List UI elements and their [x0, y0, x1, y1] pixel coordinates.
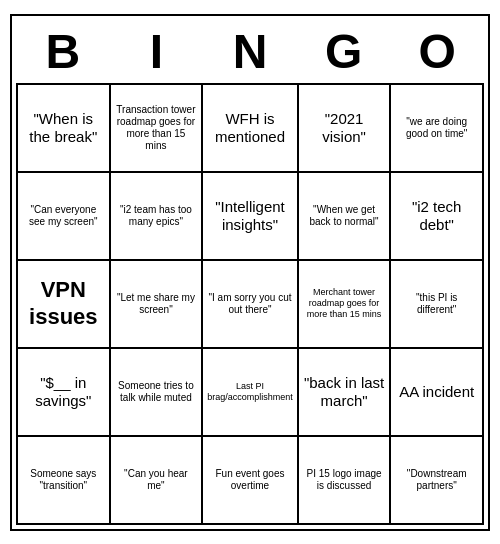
- cell-text-13: Merchant tower roadmap goes for more tha…: [303, 287, 386, 319]
- bingo-cell-11[interactable]: "Let me share my screen": [111, 261, 204, 349]
- bingo-header: BINGO: [16, 20, 484, 83]
- cell-text-20: Someone says "transition": [22, 468, 105, 492]
- cell-text-14: "this PI is different": [395, 292, 478, 316]
- bingo-grid: "When is the break"Transaction tower roa…: [16, 83, 484, 525]
- bingo-cell-2[interactable]: WFH is mentioned: [203, 85, 299, 173]
- cell-text-10: VPN issues: [22, 277, 105, 330]
- cell-text-1: Transaction tower roadmap goes for more …: [115, 104, 198, 152]
- bingo-cell-16[interactable]: Someone tries to talk while muted: [111, 349, 204, 437]
- cell-text-17: Last PI brag/accomplishment: [207, 381, 293, 403]
- bingo-cell-4[interactable]: "we are doing good on time": [391, 85, 484, 173]
- cell-text-21: "Can you hear me": [115, 468, 198, 492]
- bingo-letter-b: B: [19, 24, 107, 79]
- bingo-cell-14[interactable]: "this PI is different": [391, 261, 484, 349]
- cell-text-15: "$__ in savings": [22, 374, 105, 410]
- bingo-cell-21[interactable]: "Can you hear me": [111, 437, 204, 525]
- bingo-cell-8[interactable]: "When we get back to normal": [299, 173, 392, 261]
- bingo-card: BINGO "When is the break"Transaction tow…: [10, 14, 490, 531]
- bingo-cell-6[interactable]: "i2 team has too many epics": [111, 173, 204, 261]
- bingo-cell-19[interactable]: AA incident: [391, 349, 484, 437]
- cell-text-16: Someone tries to talk while muted: [115, 380, 198, 404]
- bingo-letter-o: O: [393, 24, 481, 79]
- cell-text-22: Fun event goes overtime: [207, 468, 293, 492]
- bingo-cell-23[interactable]: PI 15 logo image is discussed: [299, 437, 392, 525]
- bingo-cell-24[interactable]: "Downstream partners": [391, 437, 484, 525]
- cell-text-4: "we are doing good on time": [395, 116, 478, 140]
- bingo-letter-g: G: [300, 24, 388, 79]
- cell-text-19: AA incident: [399, 383, 474, 401]
- cell-text-0: "When is the break": [22, 110, 105, 146]
- cell-text-8: "When we get back to normal": [303, 204, 386, 228]
- cell-text-6: "i2 team has too many epics": [115, 204, 198, 228]
- cell-text-9: "i2 tech debt": [395, 198, 478, 234]
- bingo-cell-10[interactable]: VPN issues: [18, 261, 111, 349]
- cell-text-24: "Downstream partners": [395, 468, 478, 492]
- cell-text-2: WFH is mentioned: [207, 110, 293, 146]
- bingo-letter-i: I: [112, 24, 200, 79]
- cell-text-3: "2021 vision": [303, 110, 386, 146]
- bingo-letter-n: N: [206, 24, 294, 79]
- bingo-cell-13[interactable]: Merchant tower roadmap goes for more tha…: [299, 261, 392, 349]
- cell-text-7: "Intelligent insights": [207, 198, 293, 234]
- bingo-cell-20[interactable]: Someone says "transition": [18, 437, 111, 525]
- bingo-cell-17[interactable]: Last PI brag/accomplishment: [203, 349, 299, 437]
- bingo-cell-1[interactable]: Transaction tower roadmap goes for more …: [111, 85, 204, 173]
- bingo-cell-18[interactable]: "back in last march": [299, 349, 392, 437]
- cell-text-18: "back in last march": [303, 374, 386, 410]
- cell-text-5: "Can everyone see my screen": [22, 204, 105, 228]
- bingo-cell-7[interactable]: "Intelligent insights": [203, 173, 299, 261]
- bingo-cell-9[interactable]: "i2 tech debt": [391, 173, 484, 261]
- bingo-cell-15[interactable]: "$__ in savings": [18, 349, 111, 437]
- bingo-cell-0[interactable]: "When is the break": [18, 85, 111, 173]
- bingo-cell-12[interactable]: "I am sorry you cut out there": [203, 261, 299, 349]
- bingo-cell-22[interactable]: Fun event goes overtime: [203, 437, 299, 525]
- cell-text-23: PI 15 logo image is discussed: [303, 468, 386, 492]
- bingo-cell-5[interactable]: "Can everyone see my screen": [18, 173, 111, 261]
- cell-text-12: "I am sorry you cut out there": [207, 292, 293, 316]
- cell-text-11: "Let me share my screen": [115, 292, 198, 316]
- bingo-cell-3[interactable]: "2021 vision": [299, 85, 392, 173]
